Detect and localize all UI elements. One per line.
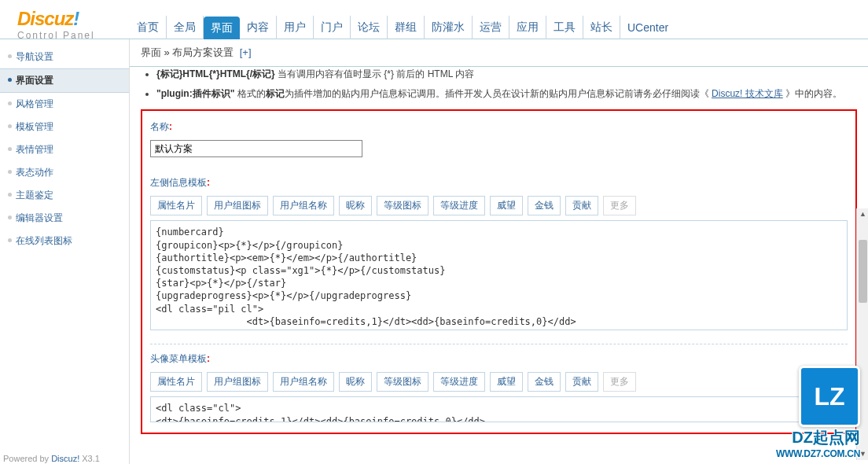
note-text: 格式的	[234, 88, 265, 99]
logo-text: Discuz	[17, 8, 73, 29]
notes: {标记}HTML{*}HTML{/标记} 当有调用内容有值时显示 {*} 前后的…	[156, 67, 857, 101]
name-input[interactable]	[150, 140, 362, 157]
topnav-item-11[interactable]: 工具	[546, 16, 583, 39]
note-text: 当有调用内容有值时显示 {*} 前后的 HTML 内容	[275, 68, 475, 79]
tag-row-left: 属性名片用户组图标用户组名称昵称等级图标等级进度威望金钱贡献更多	[150, 196, 848, 215]
tag-more-button[interactable]: 更多	[603, 372, 636, 392]
sidebar-item-4[interactable]: 表情管理	[0, 138, 129, 161]
topnav-item-1[interactable]: 全局	[167, 16, 204, 39]
breadcrumb: 界面 » 布局方案设置 [+]	[130, 39, 868, 67]
breadcrumb-section[interactable]: 界面	[141, 46, 161, 58]
topnav-item-7[interactable]: 群组	[388, 16, 425, 39]
footer: Powered by Discuz! X3.1	[0, 453, 103, 464]
tag-button[interactable]: 金钱	[528, 372, 561, 392]
note-tag: {标记}HTML{*}HTML{/标记}	[156, 68, 275, 79]
tag-button[interactable]: 威望	[490, 196, 523, 215]
tag-button[interactable]: 贡献	[565, 196, 598, 215]
tag-button[interactable]: 属性名片	[150, 372, 202, 392]
tag-button[interactable]: 等级图标	[377, 372, 428, 392]
sidebar-item-7[interactable]: 编辑器设置	[0, 207, 129, 230]
note-item: {标记}HTML{*}HTML{/标记} 当有调用内容有值时显示 {*} 前后的…	[156, 67, 857, 82]
sidebar-item-1[interactable]: 界面设置	[0, 68, 129, 93]
doc-link[interactable]: Discuz! 技术文库	[712, 88, 783, 99]
sidebar-item-0[interactable]: 导航设置	[0, 46, 129, 68]
note-item: "plugin:插件标识" 格式的标记为插件增加的贴内用户信息标记调用。插件开发…	[156, 87, 857, 101]
topnav-item-8[interactable]: 防灌水	[425, 16, 473, 39]
tag-button[interactable]: 属性名片	[150, 196, 202, 215]
topnav-item-6[interactable]: 论坛	[351, 16, 388, 39]
breadcrumb-page: 布局方案设置	[172, 46, 234, 58]
tag-button[interactable]: 威望	[490, 372, 523, 392]
tag-button[interactable]: 等级进度	[433, 196, 485, 215]
tag-button[interactable]: 等级图标	[377, 196, 428, 215]
topnav-item-4[interactable]: 用户	[277, 16, 314, 39]
topnav-item-10[interactable]: 应用	[509, 16, 546, 39]
tag-button[interactable]: 等级进度	[433, 372, 485, 392]
topnav-item-3[interactable]: 内容	[240, 16, 277, 39]
note-text-bold: 标记	[266, 88, 285, 99]
scroll-up-icon[interactable]: ▲	[857, 208, 868, 220]
note-tag: "plugin:插件标识"	[156, 88, 234, 99]
topnav-item-9[interactable]: 运营	[473, 16, 509, 39]
left-template-textarea[interactable]: {numbercard} {groupicon}<p>{*}</p>{/grou…	[150, 220, 848, 330]
left-template-label: 左侧信息模板:	[150, 176, 848, 190]
tag-button[interactable]: 用户组图标	[207, 372, 268, 392]
breadcrumb-sep: »	[161, 46, 172, 58]
sidebar-item-5[interactable]: 表态动作	[0, 161, 129, 184]
topnav-item-13[interactable]: UCenter	[620, 16, 675, 39]
divider	[150, 344, 848, 344]
topnav-item-2[interactable]: 界面	[204, 17, 240, 40]
tag-more-button[interactable]: 更多	[603, 196, 636, 215]
topnav-item-12[interactable]: 站长	[583, 16, 620, 39]
sidebar-item-2[interactable]: 风格管理	[0, 93, 129, 116]
tag-button[interactable]: 昵称	[339, 372, 372, 392]
tag-row-avatar: 属性名片用户组图标用户组名称昵称等级图标等级进度威望金钱贡献更多	[150, 372, 848, 392]
sidebar-item-6[interactable]: 主题鉴定	[0, 184, 129, 207]
tag-button[interactable]: 金钱	[528, 196, 561, 215]
avatar-template-label: 头像菜单模板:	[150, 352, 848, 366]
name-label: 名称:	[150, 120, 848, 134]
sidebar: 导航设置界面设置风格管理模板管理表情管理表态动作主题鉴定编辑器设置在线列表图标	[0, 39, 130, 464]
tag-button[interactable]: 用户组图标	[207, 196, 268, 215]
top-navigation: 首页全局界面内容用户门户论坛群组防灌水运营应用工具站长UCenter	[130, 0, 675, 39]
scroll-down-icon[interactable]: ▼	[857, 448, 868, 460]
tag-button[interactable]: 用户组名称	[273, 196, 334, 215]
topnav-item-5[interactable]: 门户	[314, 16, 351, 39]
scroll-thumb[interactable]	[859, 240, 867, 303]
breadcrumb-expand[interactable]: [+]	[240, 46, 252, 58]
sidebar-item-8[interactable]: 在线列表图标	[0, 230, 129, 252]
highlight-box: 名称: 左侧信息模板: 属性名片用户组图标用户组名称昵称等级图标等级进度威望金钱…	[141, 109, 857, 434]
footer-link[interactable]: Discuz!	[51, 454, 79, 463]
sidebar-item-3[interactable]: 模板管理	[0, 116, 129, 138]
logo-excl: !	[73, 8, 79, 29]
note-text: 》中的内容。	[783, 88, 842, 99]
avatar-template-textarea[interactable]: <dl class="cl"> <dt>{baseinfo=credits,1}…	[150, 396, 848, 422]
note-text: 为插件增加的贴内用户信息标记调用。插件开发人员在设计新的贴内用户信息标记前请务必…	[285, 88, 712, 99]
scrollbar[interactable]: ▲ ▼	[856, 208, 868, 460]
tag-button[interactable]: 昵称	[339, 196, 372, 215]
tag-button[interactable]: 贡献	[565, 372, 598, 392]
tag-button[interactable]: 用户组名称	[273, 372, 334, 392]
topnav-item-0[interactable]: 首页	[130, 16, 167, 39]
